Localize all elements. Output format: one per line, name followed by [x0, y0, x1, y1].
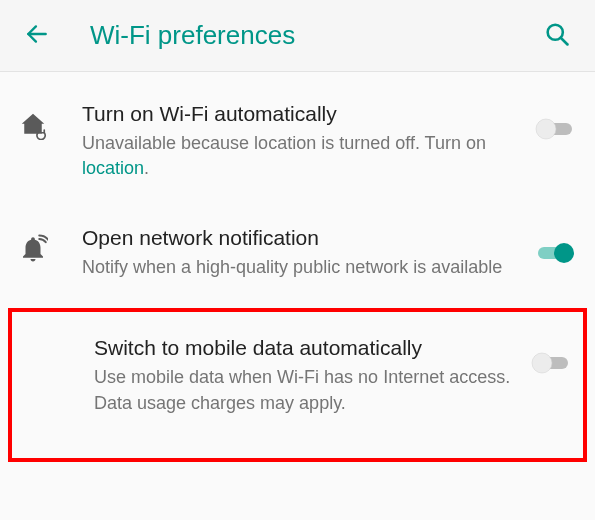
- pref-text: Turn on Wi-Fi automatically Unavailable …: [82, 100, 533, 182]
- pref-title: Switch to mobile data automatically: [94, 334, 517, 361]
- toggle-off-icon: [533, 116, 577, 142]
- pref-mobile-data-switch[interactable]: Switch to mobile data automatically Use …: [12, 314, 583, 438]
- svg-point-4: [536, 119, 556, 139]
- pref-icon-col: [18, 224, 82, 264]
- home-refresh-icon: [18, 110, 48, 140]
- page-title: Wi-Fi preferences: [90, 20, 535, 51]
- pref-subtitle: Notify when a high-quality public networ…: [82, 255, 521, 280]
- bell-wifi-icon: [18, 234, 48, 264]
- back-button[interactable]: [16, 13, 58, 59]
- pref-toggle-col: [533, 100, 577, 146]
- svg-point-6: [554, 243, 574, 263]
- toggle-mobile-data[interactable]: [529, 350, 573, 380]
- pref-text: Open network notification Notify when a …: [82, 224, 533, 280]
- pref-subtitle: Use mobile data when Wi-Fi has no Intern…: [94, 365, 517, 415]
- svg-line-2: [561, 37, 568, 44]
- pref-open-network[interactable]: Open network notification Notify when a …: [0, 204, 595, 302]
- highlight-box: Switch to mobile data automatically Use …: [8, 308, 587, 462]
- pref-toggle-col: [529, 334, 573, 380]
- toggle-open-network[interactable]: [533, 240, 577, 270]
- arrow-back-icon: [24, 21, 50, 47]
- search-button[interactable]: [535, 12, 579, 60]
- pref-icon-col: [22, 334, 94, 344]
- toggle-on-icon: [533, 240, 577, 266]
- pref-toggle-col: [533, 224, 577, 270]
- app-bar: Wi-Fi preferences: [0, 0, 595, 72]
- location-link[interactable]: location: [82, 158, 144, 178]
- pref-icon-col: [18, 100, 82, 140]
- pref-auto-wifi[interactable]: Turn on Wi-Fi automatically Unavailable …: [0, 80, 595, 204]
- toggle-off-icon: [529, 350, 573, 376]
- pref-title: Turn on Wi-Fi automatically: [82, 100, 521, 127]
- svg-point-8: [532, 353, 552, 373]
- settings-list: Turn on Wi-Fi automatically Unavailable …: [0, 72, 595, 462]
- toggle-auto-wifi[interactable]: [533, 116, 577, 146]
- pref-text: Switch to mobile data automatically Use …: [94, 334, 529, 416]
- pref-title: Open network notification: [82, 224, 521, 251]
- search-icon: [543, 20, 571, 48]
- pref-subtitle: Unavailable because location is turned o…: [82, 131, 521, 181]
